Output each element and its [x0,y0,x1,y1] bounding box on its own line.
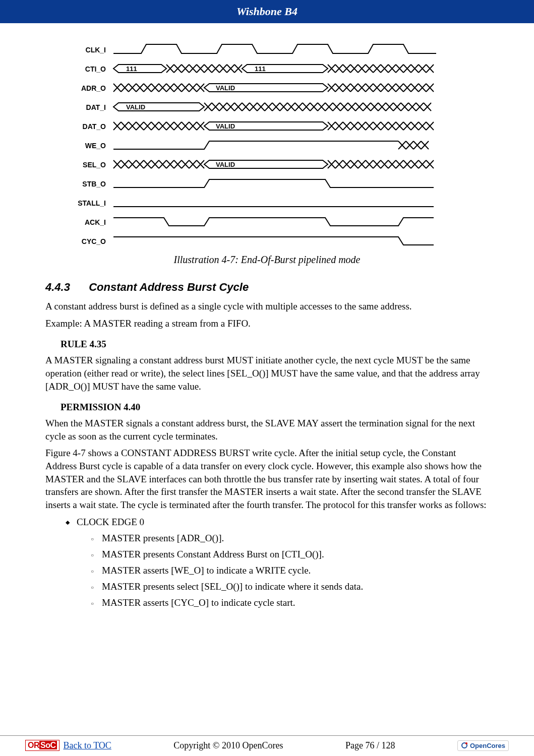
cyc-o-wave [113,237,434,245]
signal-label: DAT_O [82,122,106,131]
signal-label: CLK_I [85,46,105,54]
copyright-text: Copyright © 2010 OpenCores [173,740,283,751]
sel-o-wave: VALID [113,160,434,168]
we-o-wave [113,141,429,149]
svg-text:VALID: VALID [216,84,235,92]
opencores-logo: OpenCores [457,740,509,751]
paragraph: Figure 4-7 shows a CONSTANT ADDRESS BURS… [45,447,489,511]
signal-label: DAT_I [86,103,105,111]
signal-label: STALL_I [78,199,106,207]
diagram-caption: Illustration 4-7: End-Of-Burst pipelined… [45,254,489,266]
orsoc-logo: ORSoC [25,740,60,751]
page-footer: ORSoC Back to TOC Copyright © 2010 OpenC… [0,735,534,751]
svg-text:VALID: VALID [126,103,145,111]
dat-i-wave: VALID [113,103,431,111]
list-item: CLOCK EDGE 0 MASTER presents [ADR_O()]. … [66,517,489,608]
paragraph: Example: A MASTER reading a stream from … [45,317,489,330]
svg-text:111: 111 [126,65,137,73]
svg-text:VALID: VALID [216,122,235,130]
svg-text:111: 111 [255,65,266,73]
page-header: Wishbone B4 [0,0,534,23]
sub-list: MASTER presents [ADR_O()]. MASTER presen… [91,533,489,608]
ack-i-wave [113,218,434,226]
section-title: Constant Address Burst Cycle [89,281,249,293]
permission-heading: PERMISSION 4.40 [61,402,489,413]
svg-text:VALID: VALID [216,161,235,168]
list-item: MASTER asserts [WE_O] to indicate a WRIT… [91,565,489,576]
header-title: Wishbone B4 [236,5,298,18]
page-number: Page 76 / 128 [345,740,395,751]
signal-label: WE_O [85,142,105,150]
signal-label: CYC_O [81,237,105,245]
signal-label: ACK_I [84,218,105,226]
back-to-toc-link[interactable]: Back to TOC [64,740,111,751]
section-heading: 4.4.3 Constant Address Burst Cycle [45,281,489,294]
dat-o-wave: VALID [113,122,434,130]
page-content: CLK_I CTI_O ADR_O DAT_I DAT_O WE_O SEL_O… [0,23,534,644]
list-item: MASTER presents select [SEL_O()] to indi… [91,581,489,592]
list-item: MASTER presents Constant Address Burst o… [91,549,489,560]
stb-o-wave [113,179,434,187]
permission-body: When the MASTER signals a constant addre… [45,417,489,443]
signal-label: ADR_O [81,84,105,92]
rule-body: A MASTER signaling a constant address bu… [45,354,489,393]
signal-label: STB_O [82,180,106,188]
adr-o-wave: VALID [113,84,434,92]
signal-label: SEL_O [83,161,106,169]
section-number: 4.4.3 [45,281,86,294]
svg-point-7 [465,742,467,744]
list-item: MASTER asserts [CYC_O] to indicate cycle… [91,597,489,608]
cti-o-wave: 111 111 [113,65,434,73]
signal-label: CTI_O [85,65,105,73]
bullet-list: CLOCK EDGE 0 MASTER presents [ADR_O()]. … [66,517,489,608]
rule-heading: RULE 4.35 [61,339,489,350]
paragraph: A constant address burst is defined as a… [45,300,489,313]
timing-diagram: CLK_I CTI_O ADR_O DAT_I DAT_O WE_O SEL_O… [76,38,459,250]
list-item: MASTER presents [ADR_O()]. [91,533,489,544]
